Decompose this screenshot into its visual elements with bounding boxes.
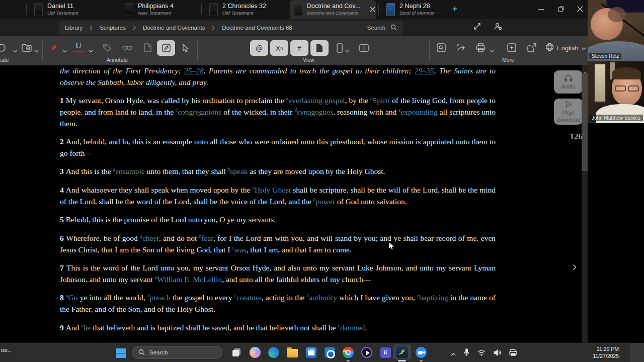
- tag-icon[interactable]: [102, 42, 113, 53]
- printer-tray-icon[interactable]: [509, 349, 517, 358]
- footnote-link[interactable]: cwas: [232, 245, 246, 254]
- taskbar-clock[interactable]: 11:20 PM 11/27/2025: [577, 345, 619, 359]
- language-selector[interactable]: English: [545, 43, 586, 53]
- edge-button[interactable]: [268, 346, 280, 358]
- footnote-link[interactable]: ccongregations: [176, 108, 221, 116]
- microphone-icon[interactable]: [464, 348, 469, 358]
- footnote-link[interactable]: bpower: [313, 197, 335, 206]
- microsoft-store-button[interactable]: [305, 346, 317, 358]
- group-label-create: Create: [0, 57, 9, 63]
- restore-button[interactable]: [552, 2, 570, 16]
- show-desktop-corner[interactable]: [630, 343, 644, 362]
- footnote-link[interactable]: acheer: [140, 234, 159, 242]
- open-external-icon[interactable]: [526, 42, 537, 53]
- gospel-library-button-active[interactable]: [393, 344, 411, 359]
- task-view-button[interactable]: [230, 346, 243, 358]
- superscripts-toggle-button[interactable]: Xn: [270, 40, 288, 56]
- verse-4[interactable]: 4 And whatsoever they shall speak when m…: [60, 185, 496, 207]
- tab-2-chronicles-32[interactable]: 2 Chronicles 32 Old Testament: [205, 0, 287, 19]
- footnote-link[interactable]: aWilliam E. McLellin: [155, 275, 222, 284]
- teams-button[interactable]: ii: [379, 346, 391, 358]
- footnote-link[interactable]: bfear: [199, 234, 213, 242]
- taskbar-search-input[interactable]: Search: [132, 346, 222, 359]
- expand-icon[interactable]: [473, 23, 481, 32]
- breadcrumb-doctrine-and-covenants[interactable]: Doctrine and Covenants: [143, 25, 205, 31]
- footnote-link[interactable]: aGo: [66, 293, 78, 302]
- verse-5[interactable]: 5 Behold, this is the promise of the Lor…: [60, 214, 496, 226]
- close-tab-icon[interactable]: [370, 6, 375, 13]
- search-button[interactable]: Search: [367, 24, 397, 32]
- annotation-mode-button[interactable]: [157, 40, 175, 56]
- wifi-icon[interactable]: [477, 349, 486, 358]
- verse-2[interactable]: 2 And, behold, and lo, this is an ensamp…: [60, 136, 496, 159]
- footnote-link[interactable]: dauthority: [306, 293, 337, 302]
- verse-numbers-toggle-button[interactable]: #: [290, 40, 308, 56]
- footnote-link[interactable]: ahe: [81, 323, 91, 332]
- note-page-icon[interactable]: [142, 42, 153, 53]
- tab-philippians-4[interactable]: Philippians 4 New Testament: [121, 0, 200, 19]
- tab-doctrine-and-covenants[interactable]: Doctrine and Cov... Doctrine and Covenan…: [290, 0, 376, 19]
- new-folder-icon[interactable]: [21, 42, 32, 53]
- footnote-link[interactable]: dsynagogues: [294, 108, 333, 116]
- search-icon: [390, 24, 397, 32]
- footnote-link[interactable]: bspeak: [228, 167, 248, 175]
- outlook-button[interactable]: [324, 346, 336, 358]
- chevron-down-icon[interactable]: [345, 46, 350, 55]
- start-button[interactable]: [115, 347, 127, 359]
- highlighter-icon[interactable]: [48, 42, 59, 53]
- print-icon[interactable]: [475, 42, 486, 53]
- footnote-link[interactable]: aHoly Ghost: [252, 186, 291, 194]
- footnotes-toggle-button[interactable]: @: [250, 40, 268, 56]
- underline-annotate-icon[interactable]: U: [73, 41, 84, 52]
- breadcrumb-doctrine-and-covenants-68[interactable]: Doctrine and Covenants 68: [222, 25, 292, 31]
- file-explorer-button[interactable]: [286, 346, 298, 358]
- verse-7[interactable]: 7 This is the word of the Lord unto you,…: [60, 262, 496, 285]
- close-window-button[interactable]: [572, 2, 589, 16]
- verse-1[interactable]: 1 My servant, Orson Hyde, was called by …: [60, 95, 496, 129]
- footnote-link[interactable]: ebaptizing: [417, 293, 448, 302]
- play-download-button[interactable]: Play/ Download: [554, 99, 583, 125]
- audio-button[interactable]: Audio: [554, 70, 583, 94]
- two-page-view-icon[interactable]: [358, 42, 369, 53]
- media-player-button[interactable]: [361, 346, 373, 358]
- footnote-link[interactable]: eexpounding: [398, 108, 437, 116]
- chevron-down-icon[interactable]: [62, 46, 67, 55]
- tab-daniel-11[interactable]: Daniel 11 Old Testament: [30, 0, 116, 19]
- new-tab-button[interactable]: +: [449, 3, 461, 15]
- cursor-select-icon[interactable]: [180, 42, 191, 53]
- minimize-button[interactable]: [532, 2, 549, 16]
- mobile-view-icon[interactable]: [334, 42, 345, 53]
- share-icon[interactable]: [456, 42, 467, 53]
- chevron-down-icon[interactable]: [34, 46, 39, 55]
- footnote-link[interactable]: bdamned: [338, 323, 365, 332]
- copilot-button[interactable]: [249, 346, 261, 358]
- tab-2-nephi-28[interactable]: 2 Nephi 28 Book of Mormon: [382, 0, 441, 19]
- verse-6[interactable]: 6 Wherefore, be of good acheer, and do n…: [60, 233, 496, 255]
- footnote-link[interactable]: ccreature: [234, 293, 262, 302]
- verse-range-link[interactable]: 25–28: [184, 66, 204, 75]
- page-breaks-toggle-button[interactable]: [310, 40, 329, 56]
- verse-8[interactable]: 8 aGo ye into all the world, bpreach the…: [60, 292, 496, 315]
- chevron-down-icon[interactable]: [89, 46, 93, 55]
- link-icon[interactable]: [122, 42, 133, 53]
- footnote-link[interactable]: bpreach: [147, 293, 171, 302]
- find-in-page-icon[interactable]: [436, 42, 447, 53]
- verse-3[interactable]: 3 And this is the aensample unto them, t…: [60, 166, 496, 177]
- footnote-link[interactable]: bSpirit: [370, 96, 390, 105]
- add-to-collection-icon[interactable]: [506, 42, 517, 53]
- verse-range-link[interactable]: 29–35: [415, 66, 434, 75]
- verse-9[interactable]: 9 And ahe that believeth and is baptized…: [60, 322, 496, 334]
- footnote-link[interactable]: aeverlasting gospel: [286, 96, 345, 105]
- chrome-button[interactable]: [342, 346, 354, 358]
- breadcrumb-library[interactable]: Library: [65, 25, 83, 31]
- add-person-icon[interactable]: [494, 23, 502, 32]
- volume-icon[interactable]: [494, 349, 501, 358]
- footnote-link[interactable]: aensample: [113, 167, 145, 175]
- next-chapter-icon[interactable]: [573, 263, 577, 273]
- create-note-icon[interactable]: [0, 42, 7, 53]
- tray-chevron-up-icon[interactable]: [451, 349, 456, 358]
- chevron-down-icon[interactable]: [490, 46, 495, 55]
- breadcrumb-scriptures[interactable]: Scriptures: [100, 25, 126, 31]
- chevron-down-icon[interactable]: [13, 46, 18, 55]
- zoom-button[interactable]: [415, 346, 427, 358]
